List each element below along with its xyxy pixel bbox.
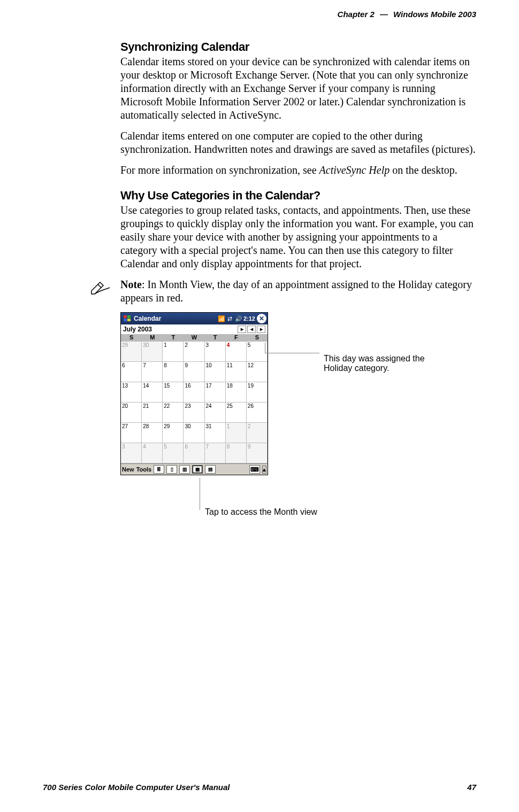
dow-cell: W [184, 334, 204, 342]
day-number: 13 [122, 383, 128, 389]
calendar-day-cell[interactable]: 2 [184, 342, 204, 362]
calendar-day-cell[interactable]: 30 [184, 423, 204, 443]
footer-pagenum: 47 [467, 783, 476, 792]
calendar-day-cell[interactable]: 23 [184, 403, 204, 423]
day-number: 7 [143, 362, 146, 368]
view-year-icon[interactable]: ▤ [205, 465, 216, 474]
header-dash: — [380, 10, 388, 19]
calendar-day-cell[interactable]: 1 [163, 342, 184, 362]
calendar-day-cell[interactable]: 3 [205, 342, 226, 362]
calendar-day-cell[interactable]: 15 [163, 382, 184, 403]
calendar-day-cell[interactable]: 30 [142, 342, 163, 362]
day-number: 1 [164, 342, 167, 348]
calendar-day-cell[interactable]: 12 [247, 362, 268, 382]
day-number: 4 [227, 342, 230, 348]
calendar-day-cell[interactable]: 28 [142, 423, 163, 443]
prev-month-button[interactable]: ◂ [247, 326, 256, 333]
view-day-icon[interactable]: ▯ [166, 465, 177, 474]
calendar-day-cell[interactable]: 22 [163, 403, 184, 423]
day-number: 6 [122, 362, 125, 368]
day-number: 30 [185, 423, 190, 429]
dow-cell: S [247, 334, 268, 342]
calendar-day-cell[interactable]: 8 [226, 443, 247, 463]
callout-line [200, 478, 200, 510]
view-month-icon[interactable]: ▦ [192, 465, 203, 474]
calendar-day-cell[interactable]: 4 [142, 443, 163, 463]
dow-cell: T [205, 334, 226, 342]
calendar-day-cell[interactable]: 5 [163, 443, 184, 463]
view-week-icon[interactable]: ▥ [179, 465, 190, 474]
calendar-day-cell[interactable]: 17 [205, 382, 226, 403]
day-number: 5 [248, 342, 251, 348]
sync-icon[interactable]: ⇄ [226, 314, 234, 323]
running-footer: 700 Series Color Mobile Computer User's … [43, 783, 476, 792]
calendar-day-cell[interactable]: 6 [121, 362, 142, 382]
calendar-day-cell[interactable]: 2 [247, 423, 268, 443]
calendar-day-cell[interactable]: 13 [121, 382, 142, 403]
dow-cell: M [142, 334, 163, 342]
calendar-day-cell[interactable]: 26 [247, 403, 268, 423]
calendar-day-cell[interactable]: 29 [121, 342, 142, 362]
calendar-day-cell[interactable]: 7 [142, 362, 163, 382]
activesync-help-em: ActiveSync Help [319, 164, 390, 176]
month-label[interactable]: July 2003 [123, 326, 152, 333]
calendar-day-cell[interactable]: 4 [226, 342, 247, 362]
day-number: 26 [248, 403, 254, 409]
calendar-day-cell[interactable]: 16 [184, 382, 204, 403]
menu-tools[interactable]: Tools [136, 466, 152, 473]
view-agenda-icon[interactable]: ≣ [154, 465, 164, 474]
day-number: 20 [122, 403, 128, 409]
calendar-day-cell[interactable]: 6 [184, 443, 204, 463]
calendar-day-cell[interactable]: 25 [226, 403, 247, 423]
calendar-day-cell[interactable]: 10 [205, 362, 226, 382]
day-number: 9 [248, 444, 251, 450]
sip-arrow-up-icon[interactable]: ▴ [262, 466, 266, 474]
day-number: 11 [227, 362, 233, 368]
svg-rect-3 [127, 319, 131, 321]
device-menubar: New Tools ≣ ▯ ▥ ▦ ▤ ⌨ ▴ [121, 463, 268, 475]
day-of-week-header: SMTWTFS [121, 334, 268, 342]
calendar-day-cell[interactable]: 24 [205, 403, 226, 423]
calendar-day-cell[interactable]: 20 [121, 403, 142, 423]
calendar-day-cell[interactable]: 9 [184, 362, 204, 382]
calendar-day-cell[interactable]: 21 [142, 403, 163, 423]
calendar-day-cell[interactable]: 27 [121, 423, 142, 443]
goto-today-button[interactable]: ▸ [238, 326, 246, 333]
header-chapter: Chapter 2 [338, 10, 375, 19]
close-button[interactable]: ✕ [257, 314, 266, 323]
antenna-icon[interactable]: 📶 [217, 314, 226, 323]
next-month-button[interactable]: ▸ [257, 326, 265, 333]
calendar-day-cell[interactable]: 19 [247, 382, 268, 403]
heading-why-categories: Why Use Categories in the Calendar? [120, 189, 476, 203]
calendar-day-cell[interactable]: 8 [163, 362, 184, 382]
calendar-day-cell[interactable]: 7 [205, 443, 226, 463]
calendar-day-cell[interactable]: 11 [226, 362, 247, 382]
day-number: 3 [122, 444, 125, 450]
day-number: 25 [227, 403, 233, 409]
calendar-day-cell[interactable]: 9 [247, 443, 268, 463]
callout-line [265, 353, 319, 353]
calendar-month-grid[interactable]: 2930123456789101112131415161718192021222… [121, 342, 268, 463]
para-categories-1: Use categories to group related tasks, c… [120, 204, 476, 270]
callout-line [265, 343, 265, 353]
day-number: 30 [143, 342, 149, 348]
header-title: Windows Mobile 2003 [393, 10, 476, 19]
day-number: 8 [227, 444, 230, 450]
start-flag-icon[interactable] [122, 314, 133, 323]
day-number: 23 [185, 403, 190, 409]
calendar-day-cell[interactable]: 14 [142, 382, 163, 403]
sip-keyboard-icon[interactable]: ⌨ [249, 465, 260, 474]
calendar-day-cell[interactable]: 29 [163, 423, 184, 443]
menu-new[interactable]: New [122, 466, 134, 473]
callout-holiday: This day was assigned the Holiday catego… [324, 354, 441, 373]
volume-icon[interactable]: 🔊 [234, 314, 243, 323]
day-number: 18 [227, 383, 233, 389]
calendar-screenshot: Calendar 📶 ⇄ 🔊 2:12 ✕ July 2003 ▸ ◂ ▸ SM… [120, 312, 268, 475]
calendar-day-cell[interactable]: 3 [121, 443, 142, 463]
calendar-day-cell[interactable]: 31 [205, 423, 226, 443]
para-sync-2: Calendar items entered on one computer a… [120, 129, 476, 156]
calendar-day-cell[interactable]: 1 [226, 423, 247, 443]
day-number: 4 [143, 444, 146, 450]
calendar-day-cell[interactable]: 18 [226, 382, 247, 403]
day-number: 7 [206, 444, 209, 450]
